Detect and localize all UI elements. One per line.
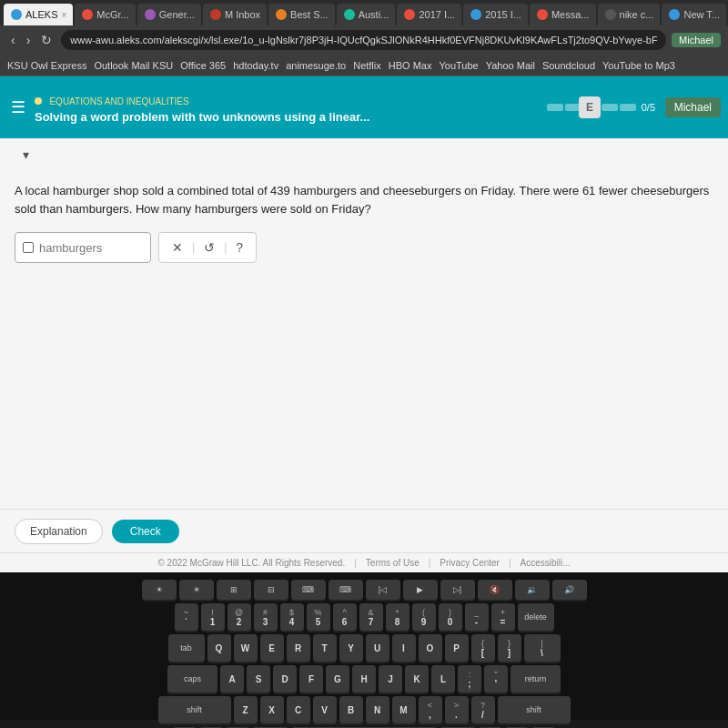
tab-msg[interactable]: Messa... — [530, 4, 596, 25]
bookmark-youtube[interactable]: YouTube — [439, 60, 478, 71]
key-a[interactable]: A — [220, 665, 244, 693]
key-s[interactable]: S — [247, 665, 270, 693]
undo-button[interactable]: ↺ — [198, 238, 220, 257]
key-1[interactable]: !1 — [201, 603, 225, 631]
key-bracket-right[interactable]: }] — [498, 634, 521, 662]
key-p[interactable]: P — [445, 634, 469, 662]
url-bar[interactable] — [61, 30, 666, 50]
tab-nike[interactable]: nike c... — [598, 4, 661, 25]
key-quote[interactable]: "' — [484, 665, 508, 693]
footer-accessibility-link[interactable]: Accessibili... — [521, 558, 571, 568]
key-4[interactable]: $4 — [280, 603, 304, 631]
key-tilde[interactable]: ~` — [175, 603, 198, 631]
bookmark-outlook[interactable]: Outlook Mail KSU — [94, 60, 173, 71]
e-button[interactable]: E — [579, 96, 601, 118]
key-8[interactable]: *8 — [386, 603, 410, 631]
footer-privacy-link[interactable]: Privacy Center — [440, 558, 500, 568]
key-j[interactable]: J — [379, 665, 402, 693]
help-button[interactable]: ? — [230, 238, 248, 257]
forward-button[interactable]: › — [23, 31, 35, 49]
key-v[interactable]: V — [313, 696, 337, 723]
key-delete[interactable]: delete — [518, 603, 554, 631]
key-b[interactable]: B — [339, 696, 363, 723]
key-5[interactable]: %5 — [307, 603, 330, 631]
key-minus[interactable]: _- — [465, 603, 489, 631]
check-button[interactable]: Check — [112, 520, 179, 543]
key-vol-up[interactable]: 🔊 — [552, 580, 587, 600]
key-n[interactable]: N — [366, 696, 389, 723]
footer-terms-link[interactable]: Terms of Use — [366, 558, 420, 568]
key-prev[interactable]: |◁ — [366, 580, 400, 600]
key-x[interactable]: X — [260, 696, 284, 723]
key-f[interactable]: F — [299, 665, 323, 693]
key-tab[interactable]: tab — [168, 634, 205, 662]
key-6[interactable]: ^6 — [333, 603, 357, 631]
user-profile-button[interactable]: Michael — [672, 33, 721, 47]
key-h[interactable]: H — [352, 665, 376, 693]
tab-2015a[interactable]: 2015 I... — [463, 4, 528, 25]
bookmark-anime[interactable]: animesuge.to — [286, 60, 346, 71]
key-d[interactable]: D — [273, 665, 297, 693]
tab-best[interactable]: Best S... — [268, 4, 335, 25]
key-comma[interactable]: <, — [419, 696, 442, 723]
key-o[interactable]: O — [419, 634, 442, 662]
key-brightness-down[interactable]: ☀ — [142, 580, 177, 600]
bookmark-yahoo[interactable]: Yahoo Mail — [486, 60, 535, 71]
key-semicolon[interactable]: :; — [458, 665, 481, 693]
menu-icon[interactable]: ☰ — [11, 97, 25, 117]
bookmark-hdtoday[interactable]: hdtoday.tv — [233, 60, 278, 71]
key-w[interactable]: W — [234, 634, 258, 662]
key-mission[interactable]: ⊞ — [217, 580, 251, 600]
key-caps[interactable]: caps — [167, 665, 217, 693]
key-e[interactable]: E — [260, 634, 284, 662]
tab-2017[interactable]: 2017 I... — [397, 4, 461, 25]
key-slash[interactable]: ?/ — [471, 696, 495, 723]
bookmark-ksu[interactable]: KSU Owl Express — [7, 60, 86, 71]
tab-austin[interactable]: Austi... — [337, 4, 396, 25]
key-m[interactable]: M — [392, 696, 416, 723]
key-next[interactable]: ▷| — [440, 580, 475, 600]
key-u[interactable]: U — [366, 634, 389, 662]
bookmark-office[interactable]: Office 365 — [180, 60, 226, 71]
key-equals[interactable]: += — [491, 603, 515, 631]
tab-close-btn[interactable]: × — [61, 10, 66, 20]
tab-new[interactable]: New T... — [662, 4, 726, 25]
bookmark-hbo[interactable]: HBO Max — [389, 60, 432, 71]
key-shift-right[interactable]: shift — [498, 696, 571, 723]
key-mute[interactable]: 🔇 — [478, 580, 512, 600]
key-period[interactable]: >. — [445, 696, 469, 723]
key-illum-up[interactable]: ⌨ — [329, 580, 363, 600]
tab-aleks[interactable]: ALEKS × — [4, 4, 73, 25]
key-c[interactable]: C — [287, 696, 310, 723]
key-launchpad[interactable]: ⊟ — [254, 580, 288, 600]
bookmark-ytmp3[interactable]: YouTube to Mp3 — [602, 60, 675, 71]
reload-button[interactable]: ↻ — [37, 31, 56, 49]
key-i[interactable]: I — [392, 634, 416, 662]
dropdown-toggle-button[interactable]: ▾ — [11, 142, 40, 167]
back-button[interactable]: ‹ — [7, 31, 19, 49]
key-0[interactable]: )0 — [439, 603, 462, 631]
key-t[interactable]: T — [313, 634, 337, 662]
key-9[interactable]: (9 — [412, 603, 436, 631]
tab-inbox[interactable]: M Inbox — [203, 4, 267, 25]
key-shift-left[interactable]: shift — [158, 696, 231, 723]
key-7[interactable]: &7 — [359, 603, 383, 631]
key-g[interactable]: G — [326, 665, 349, 693]
key-r[interactable]: R — [287, 634, 310, 662]
key-k[interactable]: K — [405, 665, 429, 693]
tab-mcgr[interactable]: McGr... — [75, 4, 136, 25]
key-bracket-left[interactable]: {[ — [471, 634, 495, 662]
key-q[interactable]: Q — [207, 634, 231, 662]
key-play[interactable]: ▶ — [403, 580, 438, 600]
key-2[interactable]: @2 — [228, 603, 251, 631]
key-backslash[interactable]: |\ — [524, 634, 561, 662]
answer-input[interactable] — [39, 241, 143, 255]
bookmark-soundcloud[interactable]: Soundcloud — [542, 60, 595, 71]
key-brightness-up[interactable]: ☀ — [179, 580, 214, 600]
bookmark-netflix[interactable]: Netflix — [353, 60, 381, 71]
tab-gen[interactable]: Gener... — [137, 4, 201, 25]
key-l[interactable]: L — [431, 665, 455, 693]
key-3[interactable]: #3 — [254, 603, 278, 631]
user-avatar-button[interactable]: Michael — [665, 97, 721, 117]
key-z[interactable]: Z — [234, 696, 258, 723]
